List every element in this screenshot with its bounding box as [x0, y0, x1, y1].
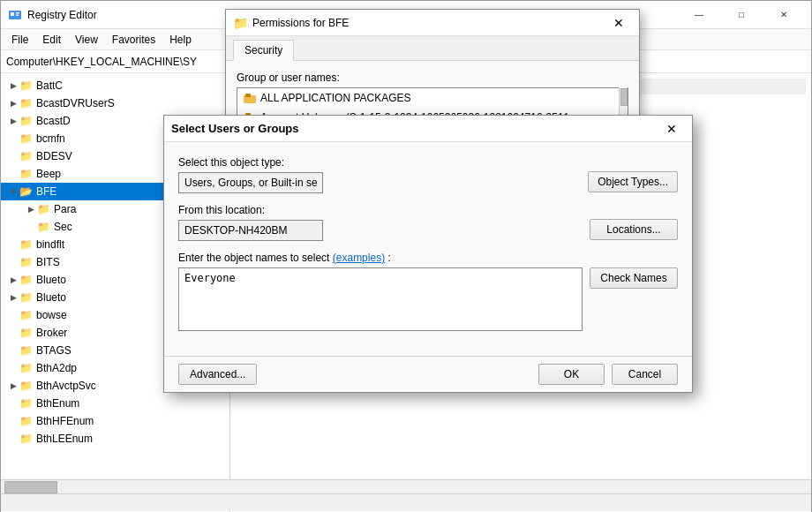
svg-rect-2	[16, 12, 19, 14]
folder-icon: 📁	[19, 273, 33, 287]
object-type-input[interactable]	[178, 172, 323, 193]
folder-icon: 📁	[19, 237, 33, 252]
ok-button[interactable]: OK	[538, 364, 605, 385]
select-users-dialog: Select Users or Groups ✕ Select this obj…	[163, 115, 693, 393]
folder-icon: 📁	[19, 414, 33, 428]
expand-icon: ▶	[26, 205, 36, 214]
window-controls: — □ ✕	[679, 1, 804, 29]
expand-icon: ▶	[8, 99, 19, 108]
select-title: Select Users or Groups	[171, 122, 658, 135]
status-bar	[1, 493, 811, 511]
location-label: From this location:	[178, 204, 583, 216]
svg-rect-1	[11, 12, 14, 16]
registry-icon	[8, 8, 22, 22]
advanced-btn[interactable]: Advanced...	[178, 364, 257, 385]
menu-edit[interactable]: Edit	[35, 32, 68, 48]
folder-icon: 📁	[19, 379, 33, 393]
location-row: From this location: Locations...	[178, 204, 678, 241]
folder-icon: 📁	[19, 255, 33, 269]
select-close-button[interactable]: ✕	[658, 116, 685, 142]
folder-icon: 📁	[19, 149, 33, 163]
expand-icon: ▶	[8, 293, 19, 302]
select-title-bar: Select Users or Groups ✕	[164, 116, 692, 142]
names-label: Enter the object names to select (exampl…	[178, 252, 678, 264]
menu-help[interactable]: Help	[162, 32, 199, 48]
tree-item-bthleenum[interactable]: 📁 BthLEEnum	[1, 430, 229, 448]
cancel-button[interactable]: Cancel	[612, 364, 678, 385]
expand-icon: ▶	[8, 81, 19, 90]
folder-icon: 📁	[19, 326, 33, 340]
select-body: Select this object type: Object Types...…	[164, 142, 692, 356]
tree-item-bcastdvr[interactable]: ▶ 📁 BcastDVRUserS	[1, 94, 229, 112]
names-row: Enter the object names to select (exampl…	[178, 252, 678, 331]
folder-icon: 📁	[19, 343, 33, 358]
tree-item-bthenum[interactable]: 📁 BthEnum	[1, 395, 229, 412]
folder-icon: 📁	[19, 96, 33, 110]
tab-security[interactable]: Security	[233, 40, 294, 61]
folder-icon: 📁	[19, 132, 33, 146]
group-icon	[243, 91, 257, 105]
object-types-button[interactable]: Object Types...	[588, 171, 678, 192]
close-button[interactable]: ✕	[763, 1, 804, 29]
svg-rect-5	[245, 94, 251, 97]
names-textarea[interactable]	[178, 267, 583, 331]
footer-left: Advanced...	[178, 364, 257, 385]
list-item-label: ALL APPLICATION PACKAGES	[260, 92, 411, 104]
permissions-title-bar: 📁 Permissions for BFE ✕	[226, 10, 639, 36]
tree-item-battc[interactable]: ▶ 📁 BattC	[1, 77, 229, 94]
menu-view[interactable]: View	[68, 32, 105, 48]
object-type-label: Select this object type:	[178, 156, 581, 169]
location-input[interactable]	[178, 220, 323, 241]
list-item-all-app-packages[interactable]: ALL APPLICATION PACKAGES	[237, 88, 628, 108]
menu-file[interactable]: File	[4, 32, 35, 48]
group-label: Group or user names:	[237, 72, 628, 84]
expand-icon: ▼	[8, 187, 19, 196]
tree-item-bthhfenum[interactable]: 📁 BthHFEnum	[1, 412, 229, 430]
folder-icon: 📁	[19, 290, 33, 305]
folder-icon: 📁	[19, 114, 33, 128]
svg-rect-3	[16, 14, 19, 16]
permissions-folder-icon: 📁	[233, 16, 247, 30]
folder-icon: 📁	[19, 396, 33, 410]
expand-icon: ▶	[8, 381, 19, 390]
horizontal-scrollbar[interactable]	[1, 479, 811, 493]
footer-right: OK Cancel	[538, 364, 678, 385]
expand-icon: ▶	[8, 117, 19, 125]
folder-icon: 📁	[19, 308, 33, 322]
menu-favorites[interactable]: Favorites	[105, 32, 162, 48]
select-footer: Advanced... OK Cancel	[164, 356, 692, 392]
folder-icon: 📁	[19, 361, 33, 375]
check-names-button[interactable]: Check Names	[590, 267, 678, 289]
folder-icon: 📁	[19, 432, 33, 446]
folder-icon: 📁	[36, 220, 50, 234]
permissions-tab-bar: Security	[226, 36, 639, 61]
object-type-row: Select this object type: Object Types...	[178, 156, 678, 193]
locations-button[interactable]: Locations...	[590, 219, 678, 240]
address-text: Computer\HKEY_LOCAL_MACHINE\SY	[6, 56, 197, 68]
examples-link[interactable]: (examples)	[333, 252, 385, 264]
permissions-close-button[interactable]: ✕	[605, 10, 632, 36]
folder-icon: 📁	[36, 202, 50, 216]
maximize-button[interactable]: □	[721, 1, 762, 29]
permissions-title: Permissions for BFE	[252, 17, 605, 29]
folder-icon: 📁	[19, 167, 33, 181]
folder-icon: 📁	[19, 79, 33, 93]
folder-icon: 📂	[19, 184, 33, 199]
minimize-button[interactable]: —	[679, 1, 719, 29]
expand-icon: ▶	[8, 275, 19, 284]
